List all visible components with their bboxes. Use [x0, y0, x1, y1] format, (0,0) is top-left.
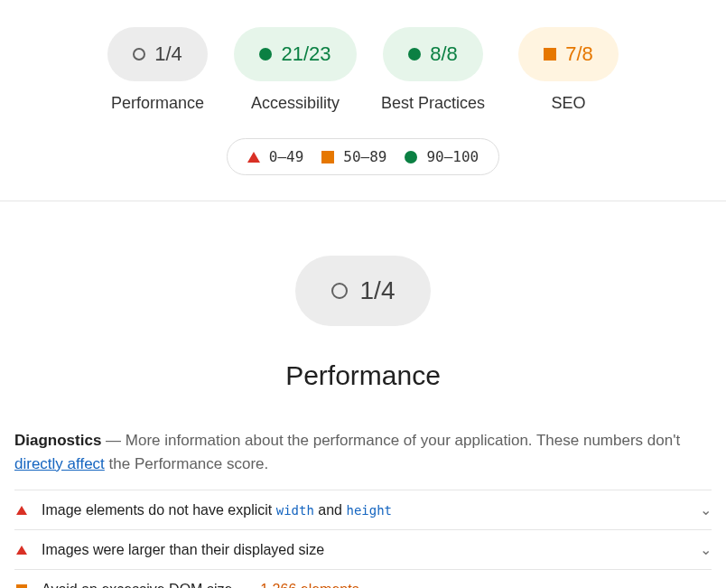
legend-fail-range: 0–49 [269, 148, 304, 165]
chevron-down-icon: ⌄ [700, 541, 712, 558]
gauge-performance-label: Performance [111, 94, 204, 113]
performance-section-score: 1/4 [360, 276, 396, 305]
audit-row-dom-size[interactable]: Avoid an excessive DOM size — 1,266 elem… [14, 569, 712, 588]
gauge-performance-pill: 1/4 [107, 27, 208, 81]
gauge-performance[interactable]: 1/4 Performance [98, 27, 216, 113]
gauge-best-practices-label: Best Practices [381, 94, 485, 113]
score-gauges: 1/4 Performance 21/23 Accessibility 8/8 … [0, 0, 726, 113]
audit-row-image-dimensions[interactable]: Image elements do not have explicit widt… [14, 490, 712, 529]
chevron-down-icon: ⌄ [700, 501, 712, 518]
gauge-seo-score: 7/8 [565, 42, 593, 66]
gauge-accessibility-pill: 21/23 [234, 27, 356, 81]
diagnostics-link[interactable]: directly affect [14, 455, 105, 472]
audit-text: Images were larger than their displayed … [42, 542, 324, 557]
legend-avg-range: 50–89 [343, 148, 386, 165]
audit-display-value: — 1,266 elements [242, 582, 359, 589]
audit-list: Image elements do not have explicit widt… [0, 482, 726, 588]
score-pass-icon [259, 48, 272, 61]
score-avg-icon [544, 48, 556, 61]
gauge-seo[interactable]: 7/8 SEO [510, 27, 628, 113]
square-icon [16, 584, 27, 589]
gauge-accessibility[interactable]: 21/23 Accessibility [234, 27, 356, 113]
audit-severity-icon [14, 584, 29, 589]
audit-code: width [276, 503, 314, 518]
audit-code: height [346, 503, 392, 518]
score-null-icon [331, 283, 348, 299]
chevron-down-icon: ⌄ [700, 581, 712, 588]
audit-title: Images were larger than their displayed … [42, 542, 687, 558]
score-legend: 0–49 50–89 90–100 [0, 138, 726, 175]
audit-severity-icon [14, 546, 29, 555]
gauge-best-practices-score: 8/8 [430, 42, 458, 66]
audit-title: Avoid an excessive DOM size — 1,266 elem… [42, 582, 687, 589]
performance-section-title: Performance [285, 360, 441, 391]
legend-fail: 0–49 [247, 148, 304, 165]
triangle-icon [16, 506, 27, 515]
performance-section-score-pill: 1/4 [295, 256, 432, 326]
gauge-accessibility-label: Accessibility [251, 94, 340, 113]
audit-severity-icon [14, 506, 29, 515]
legend-pass-range: 90–100 [426, 148, 479, 165]
diagnostics-tail: the Performance score. [105, 455, 268, 472]
audit-title: Image elements do not have explicit widt… [42, 502, 687, 518]
audit-text: Avoid an excessive DOM size [42, 582, 232, 589]
score-legend-pill: 0–49 50–89 90–100 [227, 138, 500, 175]
diagnostics-lead: More information about the performance o… [126, 432, 680, 449]
triangle-icon [16, 546, 27, 555]
score-pass-icon [408, 48, 421, 61]
audit-text: Image elements do not have explicit [42, 502, 276, 518]
legend-pass: 90–100 [405, 148, 479, 165]
gauge-seo-pill: 7/8 [518, 27, 619, 81]
audit-row-image-size[interactable]: Images were larger than their displayed … [14, 529, 712, 569]
gauge-seo-label: SEO [552, 94, 586, 113]
diagnostics-sep: — [101, 432, 125, 449]
diagnostics-intro: Diagnostics — More information about the… [0, 409, 726, 482]
circle-icon [405, 151, 417, 163]
triangle-icon [247, 152, 260, 163]
square-icon [321, 151, 334, 163]
audit-text: and [314, 502, 347, 518]
performance-section-header: 1/4 Performance [0, 201, 726, 409]
gauge-performance-score: 1/4 [154, 42, 182, 66]
diagnostics-label: Diagnostics [14, 432, 101, 449]
gauge-accessibility-score: 21/23 [281, 42, 330, 66]
gauge-best-practices-pill: 8/8 [383, 27, 483, 81]
score-null-icon [133, 48, 145, 61]
legend-avg: 50–89 [321, 148, 386, 165]
gauge-best-practices[interactable]: 8/8 Best Practices [375, 27, 492, 113]
